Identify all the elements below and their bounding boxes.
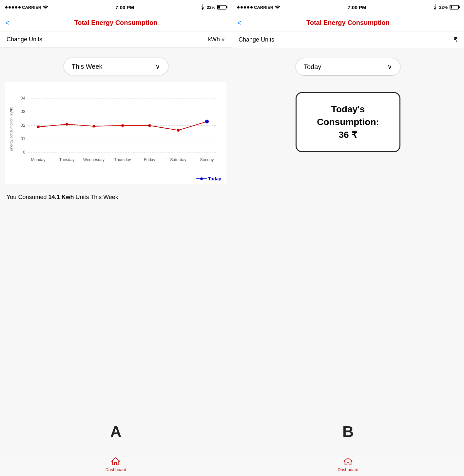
period-selector-a[interactable]: This Week ∨ [64,58,168,75]
ytick-03: 03 [21,109,26,114]
time-a: 7:00 PM [115,5,134,10]
dashboard-tab-a[interactable]: Dashboard [106,457,126,472]
legend-label-a: Today [208,176,221,181]
battery-percent-b: 22% [439,5,448,10]
units-row-a: Change Units kWh ∨ [0,31,232,48]
dotb5 [250,6,253,9]
dashboard-label-a: Dashboard [106,467,126,472]
units-dropdown-a[interactable]: kWh ∨ [208,36,225,43]
period-label-a: This Week [72,63,103,70]
consumption-line2: Consumption: [317,117,379,127]
svg-point-6 [200,177,203,180]
dashboard-label-b: Dashboard [338,467,358,472]
dotb2 [241,6,243,9]
dot-thu [121,124,124,127]
period-selector-b[interactable]: Today ∨ [296,58,400,76]
content-a: This Week ∨ Energy consumption (kWh) [0,48,232,454]
summary-prefix-a: You Consumed [7,194,48,200]
consumption-box-b: Today's Consumption: 36 ₹ [296,92,400,152]
units-chevron-a: ∨ [221,36,225,43]
units-value-b: ₹ [454,36,457,43]
xlabel-mon: Monday [31,157,46,162]
screen-label-b: B [237,413,459,447]
status-bar-right-b: 22% [433,4,459,11]
xlabel-sat: Saturday [170,157,186,162]
time-b: 7:00 PM [348,5,366,10]
dotb1 [237,6,240,9]
dot5 [18,6,21,9]
ytick-0: 0 [23,150,25,155]
nav-bar-b: < Total Energy Consumption [232,14,464,31]
xlabel-fri: Friday [144,157,155,162]
consumption-text-b: Today's Consumption: 36 ₹ [303,103,393,141]
status-bar-b: CARRIER 7:00 PM 22% [232,0,464,14]
xlabel-sun: Sunday [200,157,214,162]
chart-svg-a: Energy consumption (kWh) 04 03 02 01 0 [8,85,224,173]
legend-line-icon-a [196,177,207,180]
nav-title-a: Total Energy Consumption [5,19,226,27]
back-button-b[interactable]: < [237,19,242,27]
dot4 [15,6,17,9]
units-row-b: Change Units ₹ [232,31,464,48]
units-label-b: Change Units [239,36,274,43]
status-bar-left-a: CARRIER [5,5,48,10]
period-chevron-a: ∨ [155,63,160,70]
nav-bar-a: < Total Energy Consumption [0,14,232,31]
summary-value-a: 14.1 Kwh [48,194,74,200]
bluetooth-icon-b [433,4,437,11]
consumption-line1: Today's [331,104,365,114]
tab-bar-a: Dashboard [0,454,232,476]
units-value-container-b[interactable]: ₹ [454,36,457,43]
dotb3 [244,6,246,9]
wifi-icon-a [43,5,48,10]
status-bar-left-b: CARRIER [237,5,280,10]
bluetooth-icon-a [201,4,205,11]
ytick-04: 04 [21,96,26,101]
dot-mon [37,126,40,128]
summary-suffix-a: Units This Week [74,194,118,200]
screen-label-a: A [5,413,226,447]
ytick-01: 01 [21,136,26,141]
back-button-a[interactable]: < [5,19,10,27]
period-label-b: Today [304,63,321,71]
battery-fill-a [218,6,220,9]
xlabel-tue: Tuesday [59,157,75,162]
status-bar-a: CARRIER 7:00 PM 22% [0,0,232,14]
dashboard-icon-b [343,457,353,466]
carrier-label-a: CARRIER [22,5,41,10]
summary-text-a: You Consumed 14.1 Kwh Units This Week [5,193,226,201]
units-label-a: Change Units [7,36,42,43]
battery-percent-a: 22% [207,5,215,10]
carrier-label-b: CARRIER [254,5,273,10]
dashboard-icon-a [110,457,121,466]
battery-fill-b [451,6,452,9]
xlabel-wed: Wednesday [83,157,105,162]
ytick-02: 02 [21,123,26,128]
chart-area-a: Energy consumption (kWh) 04 03 02 01 0 [5,82,226,184]
chart-legend-a: Today [8,176,224,181]
content-b: Today ∨ Today's Consumption: 36 ₹ B [232,48,464,454]
screen-b: CARRIER 7:00 PM 22% < Total Energy Consu… [232,0,464,476]
dot2 [9,6,11,9]
xlabel-thu: Thursday [114,157,131,162]
battery-icon-b [450,5,459,9]
units-value-a: kWh [208,36,220,43]
dot3 [12,6,14,9]
screen-a: CARRIER 7:00 PM 22% < Total Energy Consu… [0,0,232,476]
nav-title-b: Total Energy Consumption [237,19,459,27]
period-chevron-b: ∨ [387,63,392,71]
dot-fri [148,124,151,127]
dot-wed [92,125,95,128]
signal-dots-a [5,6,21,9]
dot-sun [205,120,208,123]
dot-tue [66,123,68,125]
dotb4 [247,6,249,9]
dashboard-tab-b[interactable]: Dashboard [338,457,358,472]
screens-container: CARRIER 7:00 PM 22% < Total Energy Consu… [0,0,464,476]
status-bar-right-a: 22% [201,4,226,11]
signal-dots-b [237,6,253,9]
battery-icon-a [217,5,226,9]
wifi-icon-b [275,5,280,10]
dot-sat [177,129,180,132]
consumption-value: 36 ₹ [339,130,358,140]
